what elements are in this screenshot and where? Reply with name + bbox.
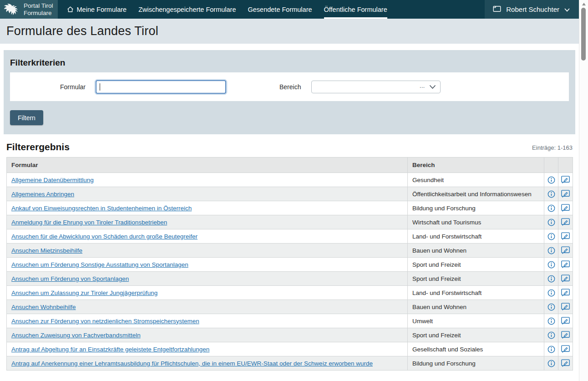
bereich-text: Bauen und Wohnen: [412, 304, 466, 310]
fill-form-icon[interactable]: [558, 244, 573, 257]
form-link[interactable]: Antrag auf Anerkennung einer Lehramtsaus…: [11, 360, 373, 367]
bereich-text: Sport und Freizeit: [412, 332, 461, 339]
fill-form-icon[interactable]: [558, 328, 573, 342]
form-link[interactable]: Ansuchen um Förderung von Sportanlagen: [11, 275, 129, 282]
info-icon[interactable]: [544, 201, 558, 215]
table-row: Anmeldung für die Ehrung von Tiroler Tra…: [7, 215, 573, 229]
scrollbar-thumb[interactable]: [581, 8, 586, 61]
form-link[interactable]: Ansuchen Wohnbeihilfe: [11, 304, 76, 310]
column-header-bereich: Bereich: [408, 157, 544, 173]
bereich-select[interactable]: ...: [311, 81, 441, 93]
form-link[interactable]: Allgemeine Datenübermittlung: [11, 177, 94, 183]
info-icon[interactable]: [544, 314, 558, 328]
bereich-field-label: Bereich: [279, 83, 301, 91]
info-icon[interactable]: [544, 229, 558, 243]
nav-item-label: Meine Formulare: [77, 6, 127, 13]
form-link[interactable]: Antrag auf Abgeltung für an Einsatzkräft…: [11, 346, 209, 353]
bereich-text: Umwelt: [412, 318, 433, 325]
home-icon: [67, 6, 74, 13]
info-icon[interactable]: [544, 244, 558, 257]
fill-form-icon[interactable]: [558, 286, 573, 300]
formular-field-group: Formular: [10, 80, 226, 94]
fill-form-icon[interactable]: [558, 272, 573, 285]
bereich-text: Land- und Forstwirtschaft: [412, 233, 482, 240]
table-row: Ansuchen Mietzinsbeihilfe Bauen und Wohn…: [7, 244, 573, 258]
nav-item-meine-formulare[interactable]: Meine Formulare: [67, 0, 127, 19]
logo-line2: Formulare: [24, 10, 53, 17]
fill-form-icon[interactable]: [558, 187, 573, 201]
table-row: Ansuchen um Zulassung zur Tiroler Jungjä…: [7, 286, 573, 300]
info-icon[interactable]: [544, 258, 558, 271]
workspace-icon: [493, 5, 501, 14]
info-icon[interactable]: [544, 300, 558, 314]
app-logo[interactable]: Portal Tirol Formulare: [0, 0, 58, 19]
form-link[interactable]: Ankauf von Einweisungsrechten in Student…: [11, 205, 192, 212]
form-link[interactable]: Ansuchen um Förderung Sonstige Ausstattu…: [11, 261, 188, 268]
fill-form-icon[interactable]: [558, 229, 573, 243]
info-icon[interactable]: [544, 342, 558, 356]
fill-form-icon[interactable]: [558, 300, 573, 314]
nav-item-label: Öffentliche Formulare: [324, 6, 387, 13]
form-link[interactable]: Ansuchen für die Abwicklung von Schäden …: [11, 233, 198, 240]
form-link[interactable]: Ansuchen Zuweisung von Fachverbandsmitte…: [11, 332, 141, 339]
nav-item-gesendete-formulare[interactable]: Gesendete Formulare: [248, 0, 312, 19]
fill-form-icon[interactable]: [558, 314, 573, 328]
results-table: Formular Bereich Allgemeine Datenübermit…: [6, 157, 573, 371]
table-row: Ansuchen zur Förderung von netzdienliche…: [7, 314, 573, 328]
results-section: Filterergebnis Einträge: 1-163 Formular …: [6, 142, 573, 371]
table-row: Antrag auf Anerkennung einer Lehramtsaus…: [7, 356, 573, 371]
chevron-down-icon: [429, 83, 436, 91]
column-header-formular: Formular: [7, 157, 408, 173]
top-navbar: Portal Tirol Formulare Meine Formulare Z…: [0, 0, 579, 19]
form-link[interactable]: Ansuchen um Zulassung zur Tiroler Jungjä…: [11, 290, 157, 296]
info-icon[interactable]: [544, 173, 558, 187]
table-row: Ansuchen Wohnbeihilfe Bauen und Wohnen: [7, 300, 573, 314]
form-link[interactable]: Ansuchen zur Förderung von netzdienliche…: [11, 318, 199, 325]
user-menu[interactable]: Robert Schuchter: [485, 0, 579, 19]
logo-line1: Portal Tirol: [24, 2, 53, 10]
info-icon[interactable]: [544, 356, 558, 370]
vertical-scrollbar[interactable]: [579, 0, 588, 381]
form-link[interactable]: Ansuchen Mietzinsbeihilfe: [11, 247, 82, 254]
fill-form-icon[interactable]: [558, 173, 573, 187]
form-link[interactable]: Allgemeines Anbringen: [11, 191, 74, 198]
fill-form-icon[interactable]: [558, 201, 573, 215]
bereich-text: Gesundheit: [412, 177, 444, 183]
formular-input[interactable]: [96, 80, 226, 94]
nav-item-zwischengespeicherte-formulare[interactable]: Zwischengespeicherte Formulare: [138, 0, 236, 19]
scroll-up-arrow-icon[interactable]: [582, 3, 586, 5]
fill-form-icon[interactable]: [558, 356, 573, 370]
fill-form-icon[interactable]: [558, 258, 573, 271]
filter-section: Filterkriterien Formular Bereich ...: [4, 50, 575, 134]
page-title: Formulare des Landes Tirol: [6, 24, 158, 38]
info-icon[interactable]: [544, 286, 558, 300]
bereich-text: Bildung und Forschung: [412, 205, 476, 212]
filter-heading: Filterkriterien: [10, 58, 569, 68]
info-icon[interactable]: [544, 215, 558, 229]
info-icon[interactable]: [544, 187, 558, 201]
bereich-text: Bildung und Forschung: [412, 360, 476, 367]
fill-form-icon[interactable]: [558, 215, 573, 229]
table-row: Ankauf von Einweisungsrechten in Student…: [7, 201, 573, 215]
info-icon[interactable]: [544, 328, 558, 342]
main-nav: Meine Formulare Zwischengespeicherte For…: [67, 0, 387, 19]
tirol-eagle-icon: [3, 1, 21, 20]
table-row: Ansuchen Zuweisung von Fachverbandsmitte…: [7, 328, 573, 342]
bereich-text: Sport und Freizeit: [412, 275, 461, 282]
results-heading: Filterergebnis: [6, 142, 70, 152]
info-icon[interactable]: [544, 272, 558, 285]
fill-form-icon[interactable]: [558, 342, 573, 356]
page-title-band: Formulare des Landes Tirol: [0, 19, 579, 44]
bereich-text: Gesellschaft und Soziales: [412, 346, 483, 353]
form-link[interactable]: Anmeldung für die Ehrung von Tiroler Tra…: [11, 219, 167, 226]
nav-item-oeffentliche-formulare[interactable]: Öffentliche Formulare: [324, 0, 387, 19]
table-row: Allgemeines Anbringen Öffentlichkeitsarb…: [7, 187, 573, 201]
table-row: Antrag auf Abgeltung für an Einsatzkräft…: [7, 342, 573, 356]
bereich-text: Öffentlichkeitsarbeit und Informationswe…: [412, 191, 532, 198]
bereich-text: Bauen und Wohnen: [412, 247, 466, 254]
formular-field-label: Formular: [10, 83, 86, 91]
column-header-info: [544, 157, 558, 173]
filtern-button[interactable]: Filtern: [10, 110, 43, 125]
bereich-text: Wirtschaft und Tourismus: [412, 219, 481, 226]
text-caret: [100, 83, 100, 91]
